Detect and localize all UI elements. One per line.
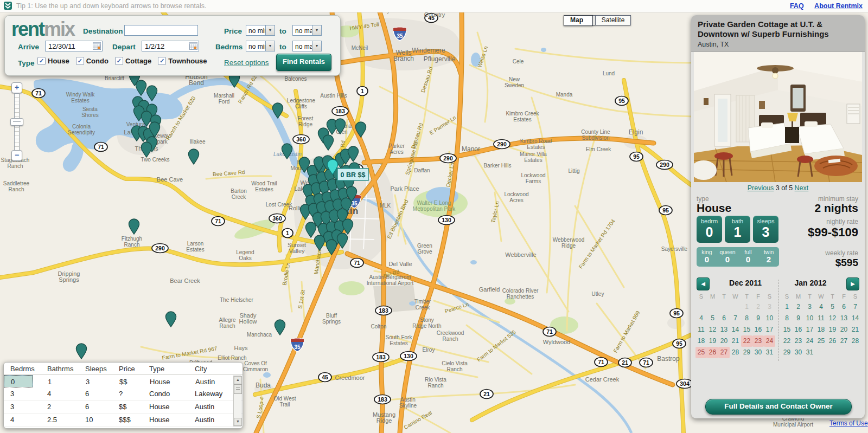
calendar-icon[interactable] [189, 42, 197, 50]
calendar-day[interactable]: 21 [730, 335, 741, 347]
calendar-day[interactable]: 18 [815, 324, 827, 335]
calendar-day[interactable]: 20 [838, 324, 850, 335]
calendar-day[interactable]: 22 [741, 335, 752, 347]
calendar-day[interactable]: 14 [850, 313, 861, 324]
price-max-select[interactable]: no max ▼ [292, 25, 322, 36]
calendar-day[interactable]: 20 [718, 335, 730, 347]
calendar-day[interactable]: 10 [764, 313, 775, 324]
calendar-day[interactable]: 11 [695, 324, 707, 335]
calendar-day[interactable]: 18 [695, 335, 707, 347]
calendar-day[interactable]: 13 [718, 324, 730, 335]
scroll-up-button[interactable]: ▲ [234, 376, 242, 384]
calendar-day[interactable]: 25 [815, 335, 827, 347]
calendar-day[interactable]: 1 [781, 301, 793, 313]
calendar-day[interactable]: 13 [838, 313, 850, 324]
calendar-day[interactable]: 9 [793, 313, 804, 324]
calendar-day[interactable]: 24 [804, 335, 815, 347]
calendar-day[interactable]: 19 [827, 324, 838, 335]
calendar-day[interactable]: 4 [815, 301, 827, 313]
calendar-day[interactable]: 30 [752, 347, 764, 358]
calendar-icon[interactable] [93, 42, 101, 50]
price-min-select[interactable]: no min ▼ [246, 25, 275, 36]
depart-date-field[interactable]: 1/2/12 [142, 41, 199, 51]
full-details-button[interactable]: Full Details and Contact Owner [705, 399, 852, 415]
bedrooms-max-select[interactable]: no max ▼ [292, 41, 322, 51]
zoom-slider-thumb[interactable] [10, 118, 23, 126]
find-rentals-button[interactable]: Find Rentals [276, 54, 331, 71]
calendar-day[interactable]: 8 [781, 313, 793, 324]
calendar-day[interactable]: 31 [804, 347, 815, 358]
calendar-day[interactable]: 4 [695, 313, 707, 324]
reset-options-link[interactable]: Reset options [224, 59, 269, 67]
calendar-day[interactable]: 12 [827, 313, 838, 324]
type-checkbox-house[interactable]: ✓House [37, 57, 69, 65]
calendar-day[interactable]: 28 [850, 335, 861, 347]
calendar-day[interactable]: 25 [695, 347, 707, 358]
calendar-day[interactable]: 3 [764, 301, 775, 313]
calendar-day[interactable]: 7 [850, 301, 861, 313]
table-row[interactable]: 326$$HouseAustin [4, 400, 242, 413]
calendar-day[interactable]: 16 [752, 324, 764, 335]
calendar-day[interactable]: 17 [804, 324, 815, 335]
next-link[interactable]: Next [795, 184, 809, 192]
type-checkbox-cottage[interactable]: ✓Cottage [115, 57, 151, 65]
scroll-down-button[interactable]: ▼ [234, 418, 242, 426]
terms-of-use-link[interactable]: Terms of Use [829, 419, 868, 427]
calendar-day[interactable]: 2 [752, 301, 764, 313]
about-link[interactable]: About Rentmix [814, 2, 863, 10]
calendar-day[interactable]: 23 [752, 335, 764, 347]
calendar-day[interactable]: 24 [764, 335, 775, 347]
map-type-satellite[interactable]: Satellite [595, 15, 631, 25]
calendar-day[interactable]: 2 [793, 301, 804, 313]
calendar-day[interactable]: 8 [741, 313, 752, 324]
zoom-out-button[interactable]: − [11, 150, 22, 161]
calendar-day[interactable]: 30 [793, 347, 804, 358]
calendar-day[interactable]: 7 [730, 313, 741, 324]
table-scrollbar[interactable]: ▲ ▼ [233, 376, 241, 426]
type-checkbox-condo[interactable]: ✓Condo [76, 57, 108, 65]
arrive-date-field[interactable]: 12/30/11 [45, 41, 103, 51]
calendar-day[interactable]: 26 [827, 335, 838, 347]
bedrooms-min-select[interactable]: no min ▼ [246, 41, 275, 51]
calendar-day[interactable]: 6 [718, 313, 730, 324]
calendar-day[interactable]: 5 [707, 313, 718, 324]
table-cell: Austin [195, 403, 214, 411]
calendar-day[interactable]: 6 [838, 301, 850, 313]
calendar-day[interactable]: 11 [815, 313, 827, 324]
calendar-day[interactable]: 3 [804, 301, 815, 313]
calendar-day[interactable]: 5 [827, 301, 838, 313]
faq-link[interactable]: FAQ [790, 2, 804, 10]
double-chevron-down-icon[interactable] [4, 2, 12, 10]
calendar-day[interactable]: 16 [793, 324, 804, 335]
calendar-day[interactable]: 19 [707, 335, 718, 347]
calendar-day[interactable]: 17 [764, 324, 775, 335]
calendar-day[interactable]: 15 [741, 324, 752, 335]
calendar-day[interactable]: 28 [730, 347, 741, 358]
calendar-day[interactable]: 12 [707, 324, 718, 335]
zoom-in-button[interactable]: + [11, 82, 22, 93]
calendar-day[interactable]: 26 [707, 347, 718, 358]
calendar-day[interactable]: 23 [793, 335, 804, 347]
column-header: Bedrms [10, 365, 35, 373]
calendar-day[interactable]: 9 [752, 313, 764, 324]
calendar-day[interactable]: 27 [718, 347, 730, 358]
table-row[interactable]: 013$$HouseAustin [4, 375, 33, 387]
table-row[interactable]: 346?CondoLakeway [4, 387, 242, 400]
calendar-day[interactable]: 29 [781, 347, 793, 358]
map-type-map[interactable]: Map [564, 15, 593, 26]
calendar-day[interactable]: 14 [730, 324, 741, 335]
calendar-day[interactable]: 27 [838, 335, 850, 347]
calendar-day[interactable]: 15 [781, 324, 793, 335]
calendar-day[interactable]: 1 [741, 301, 752, 313]
destination-input[interactable] [124, 25, 198, 36]
calendar-day[interactable]: 29 [741, 347, 752, 358]
scroll-thumb[interactable] [234, 384, 242, 394]
calendar-day[interactable]: 31 [764, 347, 775, 358]
previous-link[interactable]: Previous [748, 184, 774, 192]
listing-photo[interactable] [694, 52, 862, 182]
calendar-day[interactable]: 10 [804, 313, 815, 324]
type-checkbox-townhouse[interactable]: ✓Townhouse [158, 57, 207, 65]
calendar-day[interactable]: 21 [850, 324, 861, 335]
table-row[interactable]: 42.510$$$HouseAustin [4, 413, 242, 426]
calendar-day[interactable]: 22 [781, 335, 793, 347]
